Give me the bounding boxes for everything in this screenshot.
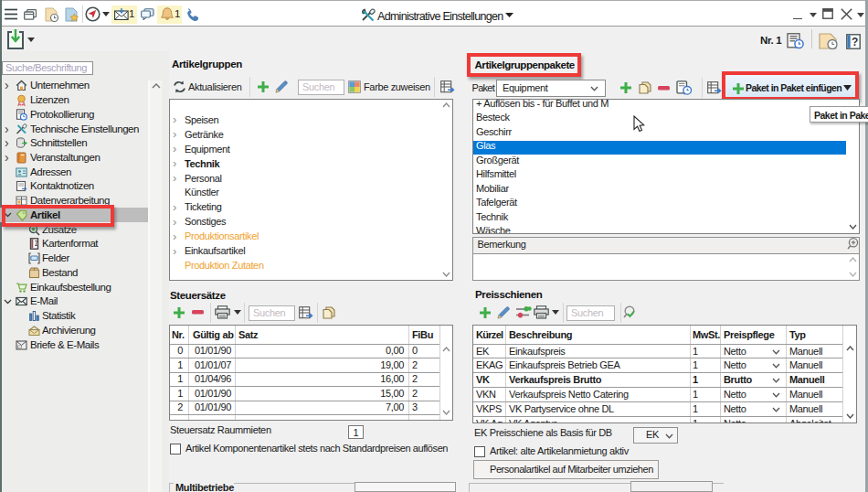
svg-text:?: ? <box>852 36 858 48</box>
